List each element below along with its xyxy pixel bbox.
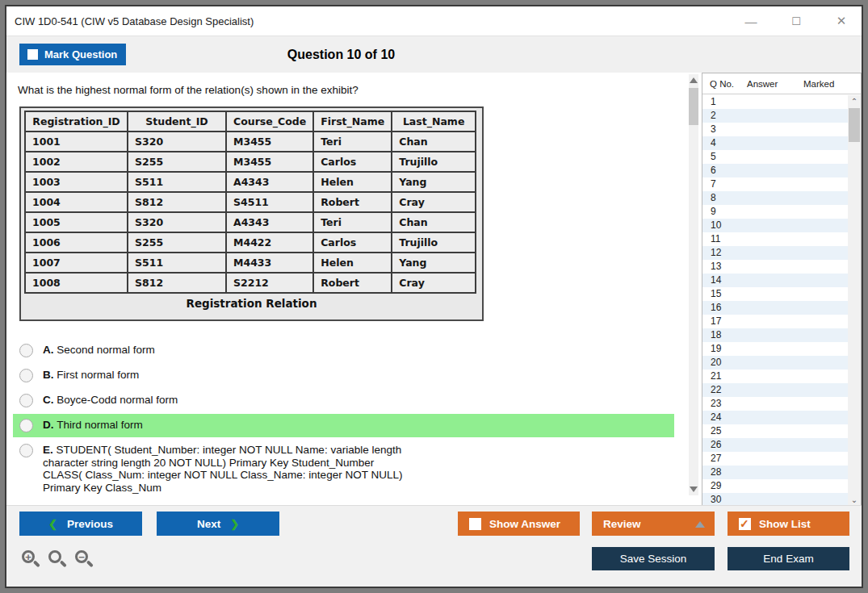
question-list-row[interactable]: 22 (702, 383, 848, 397)
exhibit-cell: 1001 (25, 132, 128, 152)
exhibit-column-header: Registration_ID (25, 111, 128, 132)
question-list-body: 1234567891011121314151617181920212223242… (702, 95, 848, 506)
radio-button[interactable] (19, 369, 33, 382)
show-answer-checkbox[interactable] (469, 518, 481, 530)
exhibit-cell: S320 (128, 212, 226, 232)
question-list-row[interactable]: 24 (702, 411, 848, 424)
question-list-row[interactable]: 17 (702, 315, 848, 328)
question-list-row[interactable]: 20 (702, 356, 848, 370)
previous-button[interactable]: ❮ Previous (19, 512, 142, 536)
exhibit-cell: Helen (313, 172, 392, 192)
exhibit-cell: Teri (313, 132, 392, 152)
question-list-row[interactable]: 14 (702, 274, 848, 287)
column-header-answer: Answer (747, 79, 803, 89)
zoom-in-icon[interactable]: + (21, 549, 40, 572)
exhibit-cell: Cray (392, 192, 476, 212)
question-list-row[interactable]: 19 (702, 342, 848, 356)
scroll-down-arrow-icon[interactable] (690, 487, 698, 492)
exhibit-cell: M4433 (226, 253, 313, 273)
question-list-row[interactable]: 28 (702, 466, 848, 479)
question-list-row[interactable]: 23 (702, 397, 848, 411)
answer-option-a[interactable]: A. Second normal form (13, 339, 674, 362)
close-icon[interactable]: ✕ (832, 14, 850, 28)
question-list-row[interactable]: 27 (702, 452, 848, 466)
exhibit-cell: 1005 (25, 212, 128, 232)
question-list-row[interactable]: 16 (702, 301, 848, 315)
question-list-row[interactable]: 1 (702, 95, 848, 109)
show-answer-button[interactable]: Show Answer (458, 512, 580, 536)
exhibit-table-row: 1007S511M4433HelenYang (25, 253, 476, 273)
question-list-scrollbar[interactable]: ⌃ ⌄ (848, 95, 861, 506)
next-button[interactable]: Next ❯ (157, 512, 279, 536)
option-text: A. Second normal form (43, 344, 155, 357)
scroll-up-arrow-icon[interactable] (690, 77, 698, 83)
exhibit-cell: Trujillo (392, 152, 476, 172)
question-list-row[interactable]: 11 (702, 232, 848, 246)
exhibit-cell: M4422 (226, 232, 313, 253)
exhibit-cell: 1002 (25, 152, 128, 172)
question-list-row[interactable]: 13 (702, 260, 848, 274)
exhibit-cell: A4343 (226, 212, 313, 232)
triangle-up-icon (695, 521, 705, 528)
show-list-checkbox[interactable] (739, 518, 751, 530)
radio-button[interactable] (19, 444, 33, 457)
question-list-row[interactable]: 8 (702, 191, 848, 205)
exhibit-image: Registration_IDStudent_IDCourse_CodeFirs… (19, 106, 484, 321)
question-list-row[interactable]: 5 (702, 150, 848, 164)
maximize-icon[interactable]: ☐ (787, 15, 805, 27)
question-list-row[interactable]: 18 (702, 328, 848, 342)
show-list-button[interactable]: Show List (728, 512, 849, 536)
answer-option-d[interactable]: D. Third normal form (13, 414, 674, 437)
zoom-out-icon[interactable]: − (74, 549, 94, 572)
show-list-label: Show List (759, 518, 811, 530)
question-list-row[interactable]: 9 (702, 205, 848, 219)
question-list-row[interactable]: 25 (702, 424, 848, 438)
exhibit-cell: 1006 (25, 232, 128, 253)
window-controls: — ☐ ✕ (742, 6, 850, 35)
question-list-panel: Q No. Answer Marked 12345678910111213141… (702, 73, 862, 507)
minimize-icon[interactable]: — (742, 15, 760, 28)
review-button[interactable]: Review (592, 512, 715, 536)
end-exam-button[interactable]: End Exam (728, 547, 849, 570)
question-list-row[interactable]: 30 (702, 493, 848, 506)
question-list-row[interactable]: 2 (702, 109, 848, 123)
list-scrollbar-thumb[interactable] (849, 108, 860, 142)
exhibit-column-header: Course_Code (226, 111, 313, 132)
question-list-row[interactable]: 4 (702, 136, 848, 150)
list-scroll-up-icon[interactable]: ⌃ (848, 97, 861, 106)
question-list-row[interactable]: 6 (702, 164, 848, 177)
question-list-row[interactable]: 7 (702, 177, 848, 191)
exhibit-cell: Robert (313, 192, 392, 212)
question-list-row[interactable]: 15 (702, 287, 848, 301)
exhibit-cell: S812 (128, 192, 226, 212)
question-list-row[interactable]: 10 (702, 219, 848, 232)
option-text: D. Third normal form (43, 419, 143, 432)
question-list-row[interactable]: 12 (702, 246, 848, 260)
chevron-left-icon: ❮ (48, 518, 57, 530)
column-header-qno: Q No. (702, 79, 747, 89)
question-list-row[interactable]: 3 (702, 123, 848, 136)
answer-option-c[interactable]: C. Boyce-Codd normal form (13, 389, 674, 412)
exhibit-caption: Registration Relation (23, 297, 480, 310)
radio-button[interactable] (19, 394, 33, 407)
answer-option-e[interactable]: E. STUDENT( Student_Number: integer NOT … (13, 439, 674, 499)
question-list-row[interactable]: 26 (702, 438, 848, 452)
zoom-reset-icon[interactable] (48, 549, 67, 572)
exhibit-cell: Robert (313, 273, 392, 293)
exhibit-table-row: 1004S812S4511RobertCray (25, 192, 476, 212)
answer-option-b[interactable]: B. First normal form (13, 364, 674, 387)
exhibit-table-row: 1001S320M3455TeriChan (25, 132, 476, 152)
exhibit-cell: S511 (128, 172, 226, 192)
exhibit-cell: S2212 (226, 273, 313, 293)
question-list-row[interactable]: 29 (702, 479, 848, 493)
exhibit-cell: Trujillo (392, 232, 476, 253)
scrollbar-thumb[interactable] (689, 88, 698, 125)
question-counter: Question 10 of 10 (6, 36, 676, 73)
question-panel-scrollbar[interactable] (689, 74, 698, 495)
radio-button[interactable] (19, 419, 33, 432)
exhibit-cell: Carlos (313, 232, 392, 253)
list-scroll-down-icon[interactable]: ⌄ (848, 495, 861, 504)
question-list-row[interactable]: 21 (702, 370, 848, 383)
radio-button[interactable] (19, 344, 33, 357)
save-session-button[interactable]: Save Session (592, 547, 715, 570)
